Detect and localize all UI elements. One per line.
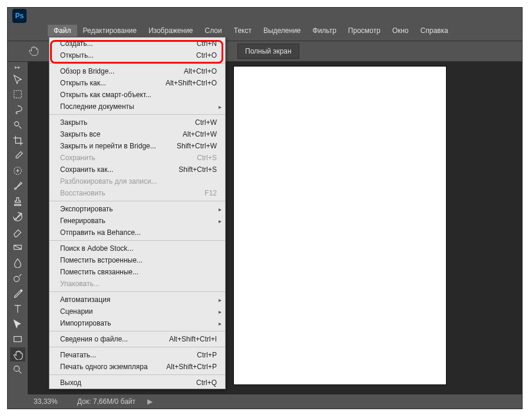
menu-item-label: Разблокировать для записи... xyxy=(60,177,157,185)
marquee-tool[interactable] xyxy=(10,87,25,101)
menu-item[interactable]: Автоматизация xyxy=(49,294,225,306)
quick-select-tool[interactable] xyxy=(10,118,25,132)
menu-item-label: Автоматизация xyxy=(60,296,110,304)
menu-item[interactable]: ВыходCtrl+Q xyxy=(49,377,225,389)
menu-item-label: Обзор в Bridge... xyxy=(60,67,114,75)
menu-item[interactable]: Закрыть всеAlt+Ctrl+W xyxy=(49,128,225,140)
menu-item[interactable]: Обзор в Bridge...Alt+Ctrl+O xyxy=(49,65,225,77)
menu-separator xyxy=(49,291,225,292)
menu-редактирование[interactable]: Редактирование xyxy=(77,25,143,37)
status-chevron-icon[interactable]: ▶ xyxy=(147,397,153,406)
menu-item-label: Последние документы xyxy=(60,102,134,111)
menu-item[interactable]: Закрыть и перейти в Bridge...Shift+Ctrl+… xyxy=(49,140,225,152)
brush-tool[interactable] xyxy=(10,179,25,193)
svg-point-7 xyxy=(14,366,19,371)
menu-item-shortcut: Alt+Shift+Ctrl+I xyxy=(169,335,217,343)
menu-item[interactable]: Открыть...Ctrl+O xyxy=(49,49,225,61)
menu-файл[interactable]: Файл xyxy=(48,25,77,37)
menu-item-label: Сохранить xyxy=(60,154,95,162)
menu-item-label: Выход xyxy=(60,379,81,387)
menu-item-label: Упаковать... xyxy=(60,280,100,288)
menu-item[interactable]: Импортировать xyxy=(49,317,225,329)
type-tool[interactable] xyxy=(10,301,25,316)
history-brush-tool[interactable] xyxy=(10,210,25,224)
hand-tool[interactable] xyxy=(10,347,25,361)
tools-panel: ▸▸ xyxy=(8,62,28,394)
menu-item-label: Создать... xyxy=(60,39,93,48)
menu-bar: ФайлРедактированиеИзображениеСлоиТекстВы… xyxy=(8,24,522,37)
eraser-tool[interactable] xyxy=(10,225,25,239)
menu-item-label: Восстановить xyxy=(60,189,105,197)
menu-справка[interactable]: Справка xyxy=(415,25,454,37)
menu-item-label: Импортировать xyxy=(60,319,111,327)
menu-item[interactable]: ЗакрытьCtrl+W xyxy=(49,117,225,128)
menu-item[interactable]: Отправить на Behance... xyxy=(49,227,225,238)
svg-rect-0 xyxy=(14,91,22,98)
menu-item-label: Открыть как смарт-объект... xyxy=(60,91,151,99)
menu-item[interactable]: Печать одного экземпляраAlt+Shift+Ctrl+P xyxy=(49,361,225,373)
path-select-tool[interactable] xyxy=(10,317,25,331)
blur-tool[interactable] xyxy=(10,256,25,270)
menu-item-shortcut: Shift+Ctrl+W xyxy=(177,142,217,150)
menu-item[interactable]: Поместить связанные... xyxy=(49,266,225,278)
zoom-level[interactable]: 33,33% xyxy=(34,397,70,406)
lasso-tool[interactable] xyxy=(10,102,25,117)
menu-item-label: Печатать... xyxy=(60,351,96,359)
menu-item-label: Печать одного экземпляра xyxy=(60,363,148,371)
fullscreen-button[interactable]: Полный экран xyxy=(237,44,299,59)
stamp-tool[interactable] xyxy=(10,194,25,208)
rectangle-tool[interactable] xyxy=(10,332,25,346)
menu-item[interactable]: Создать...Ctrl+N xyxy=(49,38,225,49)
menu-item[interactable]: Генерировать xyxy=(49,215,225,227)
title-bar: Ps xyxy=(8,8,522,24)
doc-size: Док: 7,66M/0 байт xyxy=(77,397,136,406)
menu-item-label: Закрыть все xyxy=(60,130,100,138)
menu-item: Разблокировать для записи... xyxy=(49,175,225,187)
menu-item-shortcut: Ctrl+Q xyxy=(196,379,217,387)
menu-item[interactable]: Поместить встроенные... xyxy=(49,254,225,266)
menu-item[interactable]: Открыть как смарт-объект... xyxy=(49,89,225,101)
menu-окно[interactable]: Окно xyxy=(386,25,415,37)
menu-item-shortcut: F12 xyxy=(204,189,217,197)
menu-item-shortcut: Ctrl+W xyxy=(195,118,217,127)
menu-separator xyxy=(49,114,225,115)
menu-item-shortcut: Alt+Ctrl+O xyxy=(184,67,217,75)
menu-item[interactable]: Поиск в Adobe Stock... xyxy=(49,243,225,254)
menu-item: ВосстановитьF12 xyxy=(49,187,225,199)
menu-item-label: Открыть как... xyxy=(60,79,106,87)
move-tool[interactable] xyxy=(10,72,25,86)
collapse-icon[interactable]: ▸▸ xyxy=(15,64,21,70)
crop-tool[interactable] xyxy=(10,133,25,147)
pen-tool[interactable] xyxy=(10,286,25,300)
menu-separator xyxy=(49,63,225,64)
menu-item[interactable]: Печатать...Ctrl+P xyxy=(49,349,225,361)
dodge-tool[interactable] xyxy=(10,271,25,285)
menu-item-shortcut: Ctrl+N xyxy=(197,39,217,48)
menu-слои[interactable]: Слои xyxy=(199,25,228,37)
menu-item[interactable]: Открыть как...Alt+Shift+Ctrl+O xyxy=(49,77,225,89)
zoom-tool[interactable] xyxy=(10,363,25,377)
menu-item[interactable]: Сохранить как...Shift+Ctrl+S xyxy=(49,164,225,175)
menu-фильтр[interactable]: Фильтр xyxy=(307,25,342,37)
menu-текст[interactable]: Текст xyxy=(228,25,257,37)
menu-item-label: Поместить связанные... xyxy=(60,268,138,276)
svg-point-4 xyxy=(14,276,19,281)
menu-item[interactable]: Сведения о файле...Alt+Shift+Ctrl+I xyxy=(49,333,225,345)
menu-item-shortcut: Alt+Ctrl+W xyxy=(183,130,217,138)
menu-separator xyxy=(49,240,225,241)
menu-item[interactable]: Экспортировать xyxy=(49,203,225,215)
document-canvas[interactable] xyxy=(234,67,446,384)
menu-просмотр[interactable]: Просмотр xyxy=(342,25,386,37)
menu-item-label: Закрыть xyxy=(60,118,87,127)
menu-item: Упаковать... xyxy=(49,278,225,290)
menu-separator xyxy=(49,347,225,347)
menu-item-shortcut: Ctrl+O xyxy=(196,51,217,59)
gradient-tool[interactable] xyxy=(10,240,25,254)
menu-изображение[interactable]: Изображение xyxy=(143,25,199,37)
menu-выделение[interactable]: Выделение xyxy=(257,25,307,37)
menu-item[interactable]: Последние документы xyxy=(49,101,225,112)
menu-item[interactable]: Сценарии xyxy=(49,306,225,317)
eyedropper-tool[interactable] xyxy=(10,148,25,162)
menu-item-shortcut: Shift+Ctrl+S xyxy=(179,165,217,174)
healing-tool[interactable] xyxy=(10,164,25,178)
